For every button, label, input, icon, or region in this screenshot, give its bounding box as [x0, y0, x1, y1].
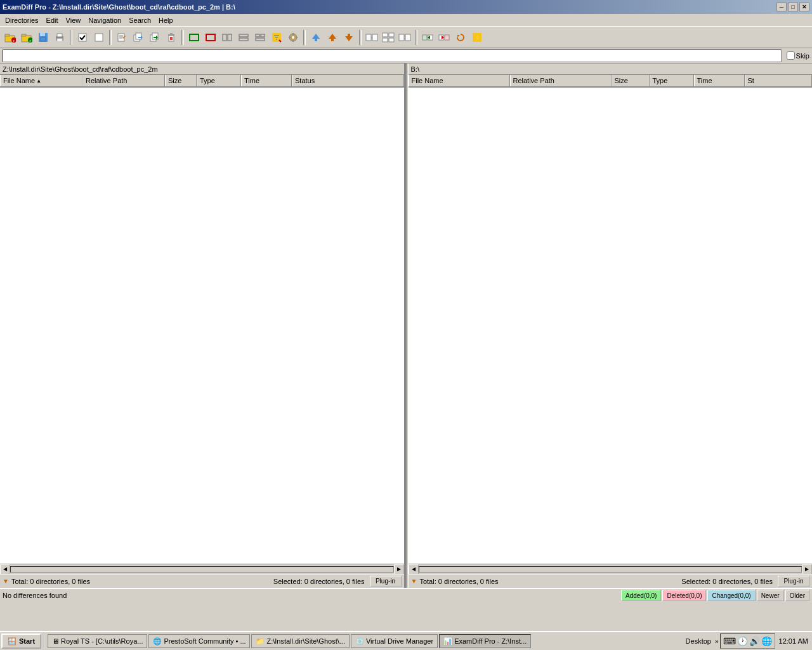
next-diff-button[interactable]	[341, 30, 357, 45]
copy-right-button[interactable]	[436, 30, 452, 45]
skip-checkbox[interactable]	[787, 51, 795, 60]
changed-button[interactable]: Changed(0,0)	[707, 590, 755, 601]
menu-directories[interactable]: Directories	[1, 15, 43, 25]
plugin-settings-button[interactable]: ⚡	[469, 30, 485, 45]
right-status-selected: Selected: 0 directories, 0 files	[596, 578, 773, 585]
open-dir2-button[interactable]: +	[19, 30, 34, 45]
toolbar-sep-5	[359, 30, 362, 45]
svg-rect-69	[445, 35, 449, 40]
app-title: ExamDiff Pro - Z:\Install.dir\Site\Ghost…	[3, 3, 235, 11]
refresh-button[interactable]	[453, 30, 468, 45]
print-button[interactable]	[52, 30, 67, 45]
svg-rect-62	[389, 38, 394, 42]
svg-rect-55	[348, 34, 350, 36]
move-button[interactable]	[147, 30, 162, 45]
right-scroll-track[interactable]	[419, 566, 802, 573]
menu-edit[interactable]: Edit	[43, 15, 62, 25]
older-button[interactable]: Older	[785, 590, 809, 601]
svg-rect-30	[190, 34, 199, 41]
taskbar-item-install-dir[interactable]: 📁 Z:\Install.dir\Site\Ghost\...	[251, 634, 350, 648]
right-col-time-label: Time	[697, 77, 712, 84]
right-col-type[interactable]: Type	[650, 75, 694, 86]
left-col-status[interactable]: Status	[292, 75, 404, 86]
svg-marker-50	[312, 34, 320, 39]
sync-horizontal-button[interactable]	[364, 30, 379, 45]
right-col-time[interactable]: Time	[694, 75, 745, 86]
menu-navigation[interactable]: Navigation	[84, 15, 125, 25]
taskbar: 🪟 Start 🖥 Royal TS - [C:\utils\Roya... 🌐…	[0, 631, 812, 650]
checkbox2-button[interactable]	[91, 30, 107, 45]
vdm-label: Virtual Drive Manager	[366, 637, 433, 645]
right-path: B:\	[411, 65, 419, 73]
right-scroll-left-button[interactable]: ◀	[409, 564, 419, 574]
left-col-filename[interactable]: File Name ▲	[0, 75, 82, 86]
green-rect-button[interactable]	[187, 30, 202, 45]
options-button[interactable]	[285, 30, 301, 45]
restore-button[interactable]: □	[788, 3, 798, 11]
newer-button[interactable]: Newer	[757, 590, 784, 601]
copy-button[interactable]	[131, 30, 146, 45]
multi-panel1-button[interactable]	[219, 30, 235, 45]
left-plugin-button[interactable]: Plug-in	[370, 576, 402, 587]
prestosoft-label: PrestoSoft Community • ...	[164, 637, 246, 645]
left-col-time[interactable]: Time	[241, 75, 292, 86]
edit-button[interactable]	[114, 30, 129, 45]
examdiff-label: ExamDiff Pro - Z:\Inst...	[454, 637, 527, 645]
taskbar-item-examdiff[interactable]: 📊 ExamDiff Pro - Z:\Inst...	[439, 634, 531, 648]
right-col-relpath[interactable]: Relative Path	[510, 75, 612, 86]
left-col-time-label: Time	[244, 77, 259, 84]
address-input[interactable]	[3, 50, 782, 62]
taskbar-item-vdm[interactable]: 💿 Virtual Drive Manager	[351, 634, 438, 648]
tray-network-icon: 🌐	[761, 636, 772, 646]
right-col-status[interactable]: St	[745, 75, 813, 86]
menu-search[interactable]: Search	[125, 15, 155, 25]
menu-help[interactable]: Help	[155, 15, 177, 25]
right-scroll-right-button[interactable]: ▶	[802, 564, 812, 574]
left-col-relpath[interactable]: Relative Path	[82, 75, 165, 86]
examdiff-icon: 📊	[443, 637, 452, 646]
taskbar-item-prestosoft[interactable]: 🌐 PrestoSoft Community • ...	[148, 634, 250, 648]
red-rect-button[interactable]	[203, 30, 218, 45]
start-button[interactable]: 🪟 Start	[1, 633, 41, 649]
taskbar-expand-icon[interactable]: »	[715, 638, 719, 645]
left-scroll-right-button[interactable]: ▶	[394, 564, 404, 574]
right-plugin-button[interactable]: Plug-in	[778, 576, 809, 587]
copy-left-button[interactable]	[420, 30, 435, 45]
svg-text:+: +	[13, 39, 15, 43]
left-col-size[interactable]: Size	[165, 75, 197, 86]
left-file-list	[0, 88, 404, 564]
right-col-size[interactable]: Size	[612, 75, 650, 86]
delete-file-button[interactable]	[164, 30, 179, 45]
taskbar-item-royal-ts[interactable]: 🖥 Royal TS - [C:\utils\Roya...	[48, 634, 147, 648]
sync-both-button[interactable]	[397, 30, 412, 45]
menu-view[interactable]: View	[62, 15, 85, 25]
left-scroll-track[interactable]	[10, 566, 394, 573]
close-button[interactable]: ✕	[799, 3, 809, 11]
right-pane: B:\ File Name Relative Path Size Type Ti…	[409, 63, 813, 588]
deleted-button[interactable]: Deleted(0,0)	[662, 590, 706, 601]
left-col-type[interactable]: Type	[197, 75, 241, 86]
svg-rect-32	[223, 34, 226, 41]
save-button[interactable]	[36, 30, 51, 45]
clock: 12:01 AM	[776, 637, 811, 645]
title-bar-text: ExamDiff Pro - Z:\Install.dir\Site\Ghost…	[3, 3, 235, 11]
prev-diff-button[interactable]	[325, 30, 340, 45]
svg-rect-15	[95, 34, 103, 41]
checkbox1-button[interactable]	[75, 30, 90, 45]
sync-vertical-button[interactable]	[381, 30, 396, 45]
multi-panel3-button[interactable]	[252, 30, 268, 45]
minimize-button[interactable]: ─	[776, 3, 787, 11]
right-status-total: Total: 0 directories, 0 files	[419, 578, 596, 585]
skip-label: Skip	[796, 52, 809, 60]
svg-rect-5	[22, 34, 26, 36]
bottom-status-bar: No differences found Added(0,0) Deleted(…	[0, 588, 812, 602]
added-button[interactable]: Added(0,0)	[621, 590, 661, 601]
navigate-up-button[interactable]	[308, 30, 324, 45]
open-dir1-button[interactable]: +	[3, 30, 18, 45]
start-label: Start	[19, 637, 35, 645]
right-col-filename[interactable]: File Name	[409, 75, 510, 86]
filter-button[interactable]	[269, 30, 284, 45]
tray-time-icon: 🕐	[737, 636, 748, 646]
left-scroll-left-button[interactable]: ◀	[0, 564, 10, 574]
multi-panel2-button[interactable]	[236, 30, 251, 45]
